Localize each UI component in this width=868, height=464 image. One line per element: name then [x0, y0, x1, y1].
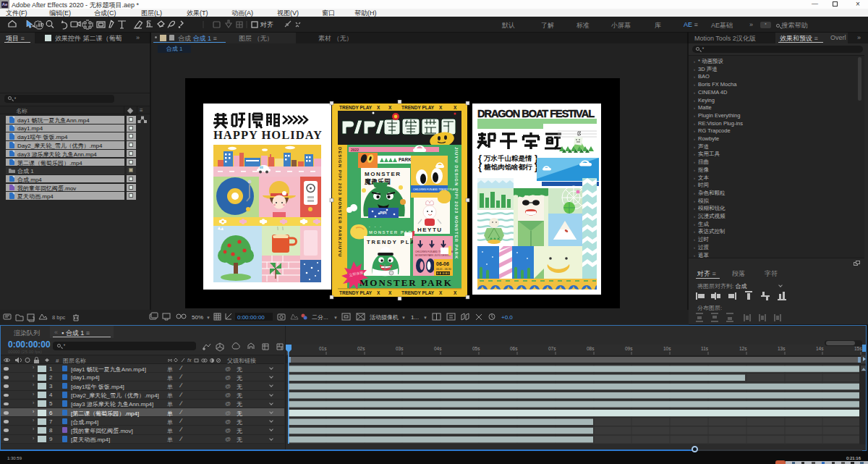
svg-text:01s: 01s [319, 346, 327, 351]
svg-text:对齐: 对齐 [260, 21, 273, 28]
svg-text:#: # [56, 358, 59, 364]
svg-text:万水千山粽是情: 万水千山粽是情 [483, 154, 532, 162]
svg-text:10s: 10s [663, 346, 671, 351]
svg-text:14s: 14s [816, 346, 824, 351]
svg-text:03s: 03s [396, 346, 404, 351]
svg-text:11s: 11s [701, 346, 709, 351]
svg-text:08s: 08s [587, 346, 595, 351]
svg-text:50%: 50% [192, 314, 203, 321]
svg-text:DRAGON BOAT FESTIVAL: DRAGON BOAT FESTIVAL [477, 108, 595, 119]
svg-text:糖馅肉馅啥都行: 糖馅肉馅啥都行 [483, 163, 532, 171]
svg-text:1...: 1... [411, 314, 419, 321]
svg-text:0:00:00:00: 0:00:00:00 [237, 314, 265, 321]
svg-text:15s: 15s [854, 346, 862, 351]
svg-text:09s: 09s [625, 346, 633, 351]
svg-text:活动摄像机: 活动摄像机 [370, 314, 399, 321]
svg-text:二分...: 二分... [312, 314, 328, 321]
svg-text:▼: ▼ [333, 316, 338, 320]
svg-text:02s: 02s [357, 346, 365, 351]
svg-text:fx: fx [187, 358, 192, 363]
svg-text:图层名称: 图层名称 [63, 358, 86, 364]
svg-text:8 bpc: 8 bpc [52, 314, 66, 321]
svg-text:▼: ▼ [206, 316, 210, 320]
svg-text:05s: 05s [472, 346, 480, 351]
svg-text:07s: 07s [548, 346, 556, 351]
svg-text:▼: ▼ [401, 316, 406, 320]
svg-text:▼: ▼ [423, 316, 427, 320]
svg-text:父级和链接: 父级和链接 [227, 358, 256, 364]
svg-text:HAPPY HOLIDAY: HAPPY HOLIDAY [213, 128, 322, 142]
svg-text:{: { [478, 161, 482, 172]
svg-text:12s: 12s [739, 346, 747, 351]
svg-text:06s: 06s [510, 346, 518, 351]
svg-text:13s: 13s [778, 346, 786, 351]
svg-text:04s: 04s [434, 346, 442, 351]
svg-text:+0.0: +0.0 [501, 314, 513, 321]
